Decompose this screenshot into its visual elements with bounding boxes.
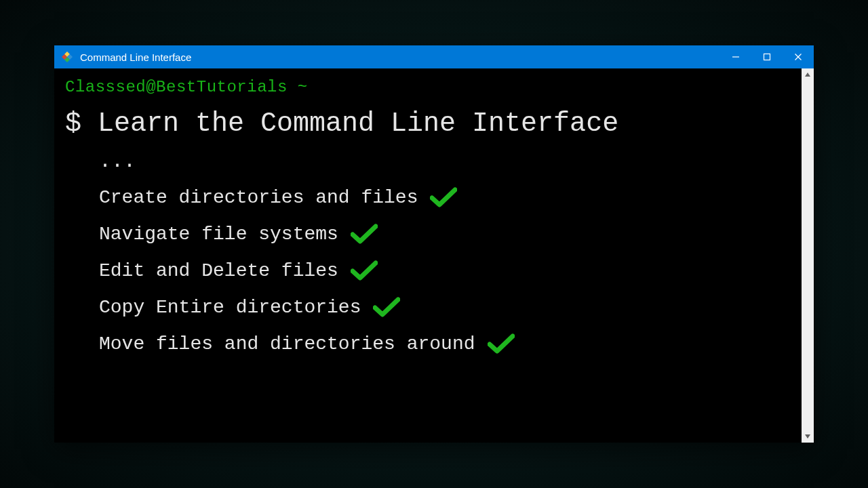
list-item-label: Move files and directories around (99, 333, 475, 354)
list-item: Create directories and files (99, 186, 789, 208)
svg-rect-5 (764, 54, 770, 60)
list-item-label: Copy Entire directories (99, 297, 361, 318)
list-item: Copy Entire directories (99, 296, 789, 318)
list-item: Move files and directories around (99, 333, 789, 354)
minimize-button[interactable] (720, 45, 751, 68)
app-icon (61, 51, 73, 63)
check-icon (430, 186, 457, 208)
scrollbar-vertical[interactable] (802, 68, 814, 443)
window-title: Command Line Interface (80, 52, 191, 63)
list-item-label: Create directories and files (99, 187, 418, 208)
titlebar[interactable]: Command Line Interface (54, 45, 814, 68)
check-icon (373, 296, 400, 318)
scroll-up-button[interactable] (802, 68, 814, 81)
svg-marker-9 (805, 434, 810, 439)
check-icon (488, 333, 515, 354)
scroll-down-button[interactable] (802, 430, 814, 443)
feature-list: Create directories and files Navigate fi… (99, 186, 789, 354)
terminal-ellipsis: ... (99, 150, 789, 173)
prompt-line: Classsed@BestTutorials ~ (65, 78, 789, 96)
client-area: Classsed@BestTutorials ~ $ Learn the Com… (54, 68, 814, 443)
check-icon (351, 223, 378, 245)
maximize-button[interactable] (751, 45, 783, 68)
terminal-body[interactable]: Classsed@BestTutorials ~ $ Learn the Com… (54, 68, 802, 443)
terminal-heading: $ Learn the Command Line Interface (65, 108, 789, 139)
scroll-track[interactable] (802, 81, 814, 430)
check-icon (351, 260, 378, 281)
list-item-label: Navigate file systems (99, 224, 338, 245)
close-button[interactable] (783, 45, 814, 68)
list-item-label: Edit and Delete files (99, 260, 338, 281)
list-item: Edit and Delete files (99, 260, 789, 281)
terminal-window: Command Line Interface Classsed@BestTuto… (54, 45, 814, 443)
svg-marker-8 (805, 73, 810, 77)
list-item: Navigate file systems (99, 223, 789, 245)
